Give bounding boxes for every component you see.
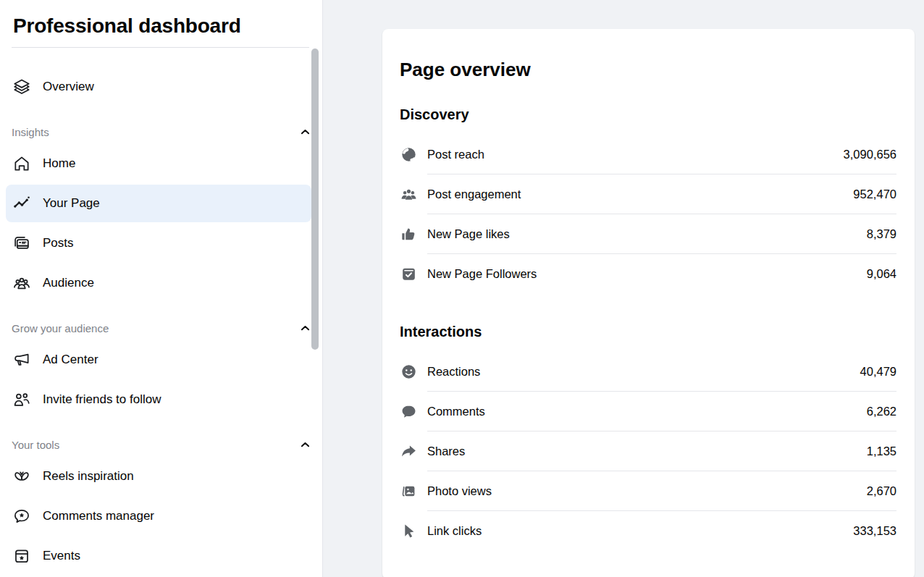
butterfly-icon <box>12 467 31 486</box>
sidebar-item-events[interactable]: Events <box>6 537 311 575</box>
sidebar-divider <box>12 47 309 48</box>
chevron-up-icon <box>299 126 311 138</box>
sidebar-item-label: Audience <box>43 276 94 290</box>
sidebar-item-posts[interactable]: Posts <box>6 224 311 262</box>
posts-icon <box>12 234 31 253</box>
metric-row-comments: Comments6,262 <box>400 392 896 431</box>
audience-icon <box>12 274 31 292</box>
megaphone-icon <box>12 350 31 369</box>
globe-icon <box>400 146 418 164</box>
section-label: Your tools <box>12 439 59 451</box>
card-sections: DiscoveryPost reach3,090,656Post engagem… <box>400 106 896 551</box>
share-arrow-icon <box>400 442 418 460</box>
sidebar-item-label: Your Page <box>43 196 100 211</box>
metric-value: 333,153 <box>853 524 896 538</box>
metric-list: Reactions40,479Comments6,262Shares1,135P… <box>400 352 896 551</box>
metric-label: New Page likes <box>427 227 510 241</box>
trend-line-icon <box>12 194 31 213</box>
sidebar-item-invite-friends-to-follow[interactable]: Invite friends to follow <box>6 381 311 418</box>
metric-label: Post engagement <box>427 188 521 201</box>
metric-row-reactions: Reactions40,479 <box>400 352 896 392</box>
metric-label: Photo views <box>427 484 492 498</box>
sidebar: Professional dashboard OverviewInsightsH… <box>0 0 323 577</box>
chevron-up-icon <box>299 439 311 451</box>
thumbs-up-icon <box>400 225 418 243</box>
metric-row-post-reach: Post reach3,090,656 <box>400 135 896 174</box>
sidebar-item-comments-manager[interactable]: Comments manager <box>6 497 311 535</box>
metric-value: 9,064 <box>867 267 896 281</box>
metric-label: Link clicks <box>427 524 482 538</box>
home-icon <box>12 154 31 173</box>
metric-value: 8,379 <box>867 227 896 241</box>
metric-value: 2,670 <box>867 484 896 498</box>
metric-row-new-page-likes: New Page likes8,379 <box>400 214 896 254</box>
card-title: Page overview <box>400 58 896 81</box>
section-header-insights[interactable]: Insights <box>12 123 311 140</box>
metric-row-new-page-followers: New Page Followers9,064 <box>400 254 896 294</box>
section-label: Insights <box>12 126 49 138</box>
calendar-star-icon <box>12 547 31 565</box>
metric-label: New Page Followers <box>427 267 537 281</box>
section-title-interactions: Interactions <box>400 323 896 340</box>
sidebar-item-label: Posts <box>43 236 74 250</box>
sidebar-title: Professional dashboard <box>13 13 322 39</box>
sidebar-item-reels-inspiration[interactable]: Reels inspiration <box>6 458 311 495</box>
metric-value: 952,470 <box>853 188 896 201</box>
sidebar-item-label: Invite friends to follow <box>43 392 161 407</box>
sidebar-item-audience[interactable]: Audience <box>6 264 311 302</box>
metric-value: 3,090,656 <box>844 148 896 161</box>
section-title-discovery: Discovery <box>400 106 896 123</box>
section-header-your-tools[interactable]: Your tools <box>12 436 311 453</box>
metric-row-link-clicks: Link clicks333,153 <box>400 511 896 551</box>
sidebar-scrollbar-thumb[interactable] <box>311 49 319 350</box>
photo-icon <box>400 482 418 500</box>
sidebar-item-label: Events <box>43 549 80 563</box>
follower-check-icon <box>400 265 418 283</box>
sidebar-item-ad-center[interactable]: Ad Center <box>6 341 311 379</box>
section-header-grow-your-audience[interactable]: Grow your audience <box>12 319 311 337</box>
smiley-icon <box>400 363 418 381</box>
section-label: Grow your audience <box>12 322 109 334</box>
sidebar-item-label: Reels inspiration <box>43 469 134 484</box>
sidebar-item-label: Comments manager <box>43 509 154 523</box>
metric-value: 6,262 <box>867 405 896 418</box>
metric-row-post-engagement: Post engagement952,470 <box>400 174 896 214</box>
sidebar-item-label: Ad Center <box>43 353 98 367</box>
sidebar-nav: OverviewInsightsHomeYour PagePostsAudien… <box>12 68 322 575</box>
chevron-up-icon <box>299 322 311 334</box>
metric-label: Comments <box>427 405 485 418</box>
card-section-discovery: DiscoveryPost reach3,090,656Post engagem… <box>400 106 896 294</box>
people-group-icon <box>400 185 418 203</box>
card-section-interactions: InteractionsReactions40,479Comments6,262… <box>400 323 896 551</box>
comment-star-icon <box>12 507 31 526</box>
metric-row-photo-views: Photo views2,670 <box>400 471 896 511</box>
metric-value: 1,135 <box>867 445 896 458</box>
invite-friends-icon <box>12 390 31 409</box>
sidebar-item-your-page[interactable]: Your Page <box>6 185 311 222</box>
layers-icon <box>12 77 31 96</box>
sidebar-item-label: Home <box>43 156 75 171</box>
metric-row-shares: Shares1,135 <box>400 431 896 471</box>
cursor-icon <box>400 522 418 540</box>
sidebar-item-label: Overview <box>43 80 94 94</box>
sidebar-item-home[interactable]: Home <box>6 145 311 182</box>
metric-list: Post reach3,090,656Post engagement952,47… <box>400 135 896 294</box>
app: Professional dashboard OverviewInsightsH… <box>0 0 924 577</box>
metric-label: Shares <box>427 445 465 458</box>
metric-label: Post reach <box>427 148 484 161</box>
comment-icon <box>400 403 418 421</box>
sidebar-item-overview[interactable]: Overview <box>6 68 311 106</box>
metric-value: 40,479 <box>860 365 896 379</box>
main-content: Page overview DiscoveryPost reach3,090,6… <box>323 0 924 577</box>
page-overview-card: Page overview DiscoveryPost reach3,090,6… <box>382 29 915 577</box>
metric-label: Reactions <box>427 365 480 379</box>
